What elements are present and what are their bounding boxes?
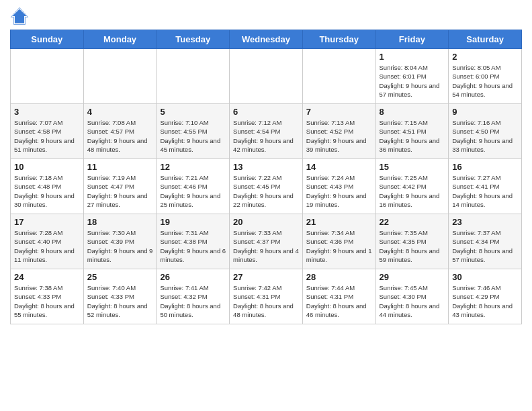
calendar-cell: 22Sunrise: 7:35 AM Sunset: 4:35 PM Dayli… xyxy=(375,214,449,269)
day-info: Sunrise: 7:31 AM Sunset: 4:38 PM Dayligh… xyxy=(160,228,226,264)
calendar-cell: 29Sunrise: 7:45 AM Sunset: 4:30 PM Dayli… xyxy=(375,269,449,324)
day-number: 25 xyxy=(87,272,153,282)
day-number: 4 xyxy=(87,107,153,117)
day-number: 17 xyxy=(14,217,80,227)
day-info: Sunrise: 7:08 AM Sunset: 4:57 PM Dayligh… xyxy=(87,118,153,154)
svg-marker-0 xyxy=(13,9,27,24)
day-number: 1 xyxy=(380,52,445,62)
day-number: 29 xyxy=(380,272,445,282)
calendar-cell: 24Sunrise: 7:38 AM Sunset: 4:33 PM Dayli… xyxy=(11,269,84,324)
day-number: 23 xyxy=(452,217,518,227)
calendar-cell: 20Sunrise: 7:33 AM Sunset: 4:37 PM Dayli… xyxy=(230,214,303,269)
day-number: 28 xyxy=(306,272,372,282)
calendar-cell: 28Sunrise: 7:44 AM Sunset: 4:31 PM Dayli… xyxy=(302,269,375,324)
day-info: Sunrise: 7:27 AM Sunset: 4:41 PM Dayligh… xyxy=(452,173,518,209)
weekday-header: Thursday xyxy=(302,30,375,49)
day-info: Sunrise: 8:05 AM Sunset: 6:00 PM Dayligh… xyxy=(452,63,518,99)
day-number: 13 xyxy=(233,162,299,172)
weekday-header: Monday xyxy=(83,30,157,49)
day-number: 30 xyxy=(452,272,518,282)
day-number: 26 xyxy=(160,272,226,282)
day-number: 7 xyxy=(306,107,372,117)
calendar-cell xyxy=(302,49,375,104)
page-container: SundayMondayTuesdayWednesdayThursdayFrid… xyxy=(0,0,532,330)
day-number: 6 xyxy=(233,107,299,117)
calendar-cell: 15Sunrise: 7:25 AM Sunset: 4:42 PM Dayli… xyxy=(375,159,449,214)
calendar-cell: 14Sunrise: 7:24 AM Sunset: 4:43 PM Dayli… xyxy=(302,159,375,214)
day-info: Sunrise: 7:37 AM Sunset: 4:34 PM Dayligh… xyxy=(452,228,518,264)
day-info: Sunrise: 7:24 AM Sunset: 4:43 PM Dayligh… xyxy=(306,173,372,209)
calendar-cell: 25Sunrise: 7:40 AM Sunset: 4:33 PM Dayli… xyxy=(83,269,157,324)
day-number: 15 xyxy=(380,162,445,172)
day-number: 21 xyxy=(306,217,372,227)
calendar-cell xyxy=(157,49,230,104)
calendar-cell: 30Sunrise: 7:46 AM Sunset: 4:29 PM Dayli… xyxy=(449,269,522,324)
day-number: 16 xyxy=(452,162,518,172)
day-info: Sunrise: 7:21 AM Sunset: 4:46 PM Dayligh… xyxy=(160,173,226,209)
header xyxy=(10,7,522,26)
calendar-cell: 21Sunrise: 7:34 AM Sunset: 4:36 PM Dayli… xyxy=(302,214,375,269)
day-number: 9 xyxy=(452,107,518,117)
day-info: Sunrise: 7:41 AM Sunset: 4:32 PM Dayligh… xyxy=(160,283,226,319)
calendar-cell: 1Sunrise: 8:04 AM Sunset: 6:01 PM Daylig… xyxy=(375,49,449,104)
calendar-cell: 18Sunrise: 7:30 AM Sunset: 4:39 PM Dayli… xyxy=(83,214,157,269)
calendar-header: SundayMondayTuesdayWednesdayThursdayFrid… xyxy=(11,30,522,49)
day-info: Sunrise: 7:16 AM Sunset: 4:50 PM Dayligh… xyxy=(452,118,518,154)
day-info: Sunrise: 7:44 AM Sunset: 4:31 PM Dayligh… xyxy=(306,283,372,319)
calendar-cell: 27Sunrise: 7:42 AM Sunset: 4:31 PM Dayli… xyxy=(230,269,303,324)
day-info: Sunrise: 8:04 AM Sunset: 6:01 PM Dayligh… xyxy=(380,63,445,99)
calendar-cell: 9Sunrise: 7:16 AM Sunset: 4:50 PM Daylig… xyxy=(449,104,522,159)
day-number: 22 xyxy=(380,217,445,227)
logo xyxy=(10,7,32,26)
day-number: 18 xyxy=(87,217,153,227)
day-info: Sunrise: 7:28 AM Sunset: 4:40 PM Dayligh… xyxy=(14,228,80,264)
calendar-cell: 5Sunrise: 7:10 AM Sunset: 4:55 PM Daylig… xyxy=(157,104,230,159)
day-info: Sunrise: 7:34 AM Sunset: 4:36 PM Dayligh… xyxy=(306,228,372,264)
calendar-body: 1Sunrise: 8:04 AM Sunset: 6:01 PM Daylig… xyxy=(11,49,522,324)
calendar-cell: 26Sunrise: 7:41 AM Sunset: 4:32 PM Dayli… xyxy=(157,269,230,324)
day-info: Sunrise: 7:12 AM Sunset: 4:54 PM Dayligh… xyxy=(233,118,299,154)
calendar-week-row: 17Sunrise: 7:28 AM Sunset: 4:40 PM Dayli… xyxy=(11,214,522,269)
logo-icon xyxy=(10,7,29,26)
day-number: 24 xyxy=(14,272,80,282)
day-info: Sunrise: 7:46 AM Sunset: 4:29 PM Dayligh… xyxy=(452,283,518,319)
calendar-cell: 6Sunrise: 7:12 AM Sunset: 4:54 PM Daylig… xyxy=(230,104,303,159)
calendar-cell: 11Sunrise: 7:19 AM Sunset: 4:47 PM Dayli… xyxy=(83,159,157,214)
weekday-header: Wednesday xyxy=(230,30,303,49)
day-info: Sunrise: 7:07 AM Sunset: 4:58 PM Dayligh… xyxy=(14,118,80,154)
weekday-header: Friday xyxy=(375,30,449,49)
day-info: Sunrise: 7:40 AM Sunset: 4:33 PM Dayligh… xyxy=(87,283,153,319)
day-number: 5 xyxy=(160,107,226,117)
calendar-cell: 10Sunrise: 7:18 AM Sunset: 4:48 PM Dayli… xyxy=(11,159,84,214)
calendar-cell: 23Sunrise: 7:37 AM Sunset: 4:34 PM Dayli… xyxy=(449,214,522,269)
day-info: Sunrise: 7:35 AM Sunset: 4:35 PM Dayligh… xyxy=(380,228,445,264)
day-info: Sunrise: 7:38 AM Sunset: 4:33 PM Dayligh… xyxy=(14,283,80,319)
calendar-week-row: 10Sunrise: 7:18 AM Sunset: 4:48 PM Dayli… xyxy=(11,159,522,214)
day-number: 3 xyxy=(14,107,80,117)
calendar-cell: 3Sunrise: 7:07 AM Sunset: 4:58 PM Daylig… xyxy=(11,104,84,159)
calendar-week-row: 1Sunrise: 8:04 AM Sunset: 6:01 PM Daylig… xyxy=(11,49,522,104)
calendar-cell: 19Sunrise: 7:31 AM Sunset: 4:38 PM Dayli… xyxy=(157,214,230,269)
day-number: 10 xyxy=(14,162,80,172)
day-info: Sunrise: 7:18 AM Sunset: 4:48 PM Dayligh… xyxy=(14,173,80,209)
day-number: 12 xyxy=(160,162,226,172)
day-info: Sunrise: 7:42 AM Sunset: 4:31 PM Dayligh… xyxy=(233,283,299,319)
day-info: Sunrise: 7:22 AM Sunset: 4:45 PM Dayligh… xyxy=(233,173,299,209)
calendar-cell: 17Sunrise: 7:28 AM Sunset: 4:40 PM Dayli… xyxy=(11,214,84,269)
calendar-cell: 12Sunrise: 7:21 AM Sunset: 4:46 PM Dayli… xyxy=(157,159,230,214)
day-info: Sunrise: 7:30 AM Sunset: 4:39 PM Dayligh… xyxy=(87,228,153,264)
day-number: 14 xyxy=(306,162,372,172)
day-info: Sunrise: 7:45 AM Sunset: 4:30 PM Dayligh… xyxy=(380,283,445,319)
calendar-cell: 4Sunrise: 7:08 AM Sunset: 4:57 PM Daylig… xyxy=(83,104,157,159)
calendar-cell: 7Sunrise: 7:13 AM Sunset: 4:52 PM Daylig… xyxy=(302,104,375,159)
calendar-cell xyxy=(230,49,303,104)
weekday-header: Sunday xyxy=(11,30,84,49)
day-info: Sunrise: 7:13 AM Sunset: 4:52 PM Dayligh… xyxy=(306,118,372,154)
calendar-cell: 8Sunrise: 7:15 AM Sunset: 4:51 PM Daylig… xyxy=(375,104,449,159)
calendar-table: SundayMondayTuesdayWednesdayThursdayFrid… xyxy=(10,30,522,324)
day-info: Sunrise: 7:33 AM Sunset: 4:37 PM Dayligh… xyxy=(233,228,299,264)
calendar-cell: 2Sunrise: 8:05 AM Sunset: 6:00 PM Daylig… xyxy=(449,49,522,104)
day-number: 8 xyxy=(380,107,445,117)
day-number: 20 xyxy=(233,217,299,227)
calendar-cell: 13Sunrise: 7:22 AM Sunset: 4:45 PM Dayli… xyxy=(230,159,303,214)
